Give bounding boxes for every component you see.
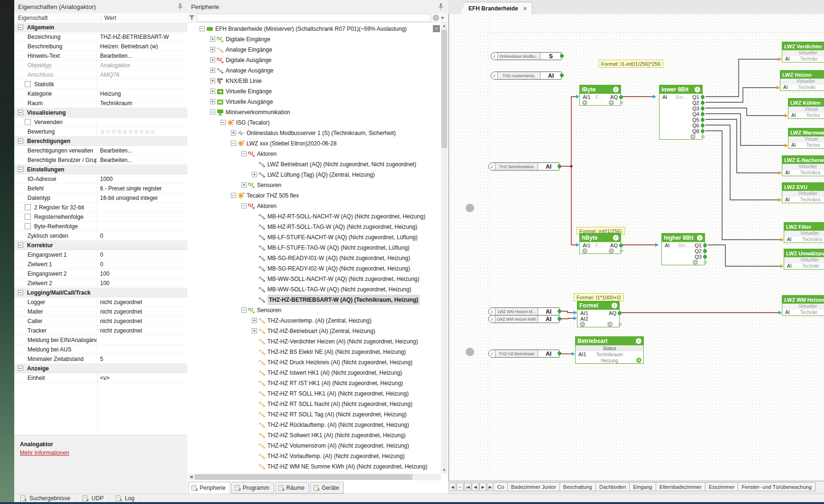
property-row[interactable]: Meldung bei AUS [14, 345, 187, 354]
port-ai1[interactable]: AI1 [578, 351, 586, 358]
tree-row[interactable]: −Miniserverkommunikation [188, 107, 441, 117]
port-q4[interactable]: Q4 [692, 111, 699, 117]
virtual-output-lwz-heizen[interactable]: LWZ HeizenVirtuellerAITechnikr [780, 70, 824, 91]
close-icon[interactable]: ✕ [523, 6, 527, 12]
pin-icon[interactable] [177, 3, 183, 10]
tree-row[interactable]: MB-WW-SOLL-NACHT-W (AQ) (Nicht zugeordne… [188, 274, 441, 284]
port-q3[interactable]: Q3 [692, 106, 699, 111]
property-row[interactable]: RaumTechnikraum [14, 99, 187, 108]
property-group[interactable]: −Visualisierung [14, 108, 187, 117]
output-nub[interactable] [703, 243, 707, 247]
virtual-output-lwz-umwälzpu[interactable]: LWZ UmwälzpuVirtuellerAITechnikr [784, 249, 824, 270]
tree-row[interactable]: −Aktoren [188, 149, 441, 159]
collapse-badge[interactable]: − [433, 25, 440, 32]
expand-icon[interactable]: + [210, 78, 215, 83]
output-nub[interactable] [703, 255, 707, 259]
function-block-lower-8bit[interactable]: lower 8BitiAIBin...Q1Q2Q3Q4Q5Q6Q8+ [659, 85, 703, 140]
property-row[interactable]: Statistik [14, 80, 187, 89]
scroll-left-icon[interactable]: ◀ [188, 474, 194, 480]
sheet-nav-icon[interactable]: ⌐ [457, 483, 464, 491]
property-row[interactable]: Meldung bei EIN/Analogänd... [14, 335, 187, 345]
property-row[interactable]: Befehl6 - Preset single register [14, 184, 187, 193]
property-value[interactable]: Analogaktor [97, 62, 187, 69]
sheet-tab-eingang[interactable]: Eingang [629, 482, 656, 491]
property-value[interactable]: <v> [97, 375, 187, 381]
info-icon[interactable]: i [613, 235, 619, 241]
tree-row[interactable]: +KNX/EIB Linie [188, 76, 441, 86]
sheet-nav-icon[interactable]: ▶ [479, 483, 486, 491]
sheet-tab-co[interactable]: Co [494, 482, 508, 491]
expand-icon[interactable]: + [210, 47, 215, 52]
port-ai[interactable]: AI [787, 237, 791, 243]
expand-icon[interactable]: − [241, 203, 247, 208]
property-row[interactable]: BeschreibungHeizen: Betriebsart (w) [14, 42, 187, 51]
port-ai[interactable]: AI [791, 143, 796, 149]
tree-row[interactable]: LWZ Betriebsart (AQ) (Nicht zugeordnet, … [188, 159, 441, 170]
function-block-ibyte[interactable]: IByteiAI1F...AQ++ [579, 85, 621, 106]
property-row[interactable]: Trackernicht zugeordnet [14, 326, 187, 335]
virtual-input-ai[interactable]: i THZ-Aussentemp. AI [491, 72, 562, 80]
collapse-icon[interactable]: − [18, 138, 23, 144]
collapse-icon[interactable]: − [18, 290, 23, 295]
tree-row[interactable]: +LWZ Lüftung (Tag) (AQ) (Zentral, Heizun… [188, 170, 441, 180]
output-nub[interactable] [701, 95, 705, 99]
property-row[interactable]: Hinweis-TextBearbeiten... [14, 51, 187, 61]
sheet-nav-icon[interactable]: ▶| [487, 483, 494, 491]
document-tab[interactable]: EFH Branderheide ✕ [460, 2, 532, 15]
property-row[interactable]: Zielwert 10 [14, 260, 187, 269]
vertical-scrollbar[interactable]: ▲ ▼ [441, 23, 448, 474]
property-value[interactable]: 6 - Preset single register [97, 185, 187, 192]
function-block-betriebsart[interactable]: BetriebsartiStatusTechnikraumAI1Heizung+ [575, 336, 644, 364]
expand-icon[interactable]: + [210, 89, 215, 94]
bottom-tab-suchergebnisse[interactable]: Suchergebnisse [14, 494, 76, 503]
tree-row[interactable]: +Analoge Ausgänge [188, 65, 441, 76]
tree-row[interactable]: +Analoge Eingänge [188, 45, 441, 55]
property-row[interactable]: Callernicht zugeordnet [14, 316, 187, 326]
property-row[interactable]: Berechtigte Benutzer / Grupp...Bearbeite… [14, 155, 187, 165]
property-row[interactable]: Minimaler Zeitabstand5 [14, 354, 187, 364]
tree-row[interactable]: MB-SG-READY-I02-W (AQ) (Nicht zugeordnet… [188, 263, 441, 274]
virtual-input-ai[interactable]: i THZ Betriebsstatus AI [488, 162, 559, 171]
output-nub[interactable] [701, 129, 705, 133]
virtual-input-ai[interactable]: i LWZ WM Heizen kWh AI [488, 315, 559, 323]
add-output-icon[interactable]: + [636, 358, 641, 363]
tree-row[interactable]: THZ-HZ Volumenstrom (AI) (Nicht zugeordn… [188, 441, 441, 451]
property-group[interactable]: −Allgemein [14, 23, 187, 32]
virtual-output-lwz-kühlen[interactable]: LWZ KühlenVirtuelAITechni [788, 98, 824, 119]
tree-row[interactable]: THZ-HZ RT SOLL Tag (AI) (Nicht zugeordne… [188, 409, 441, 420]
output-nub[interactable] [558, 309, 561, 313]
expand-icon[interactable]: + [210, 57, 215, 63]
expand-icon[interactable]: − [231, 193, 236, 198]
horizontal-scrollbar[interactable]: ◀ [188, 474, 441, 480]
property-value[interactable]: 100 [97, 280, 187, 287]
tree-row[interactable]: THZ-HZ RT SOLL HK1 (AI) (Nicht zugeordne… [188, 388, 441, 399]
property-value[interactable]: THZ-HZ-BETRIEBSART-W [97, 34, 187, 40]
virtual-output-lwz-wm-heizen[interactable]: LWZ WM HeizenVirtuellerAITechnikr [782, 295, 824, 316]
output-nub[interactable] [619, 95, 623, 99]
port-ai[interactable]: AI [665, 243, 669, 248]
tree-row[interactable]: −Aktoren [188, 201, 441, 211]
function-block-higher-8bit[interactable]: higher 8BitiAIBin...Q1Q2Q3+ [661, 233, 705, 265]
filter-input[interactable] [197, 14, 431, 22]
info-icon[interactable]: i [613, 87, 619, 92]
output-nub[interactable] [618, 311, 622, 315]
virtual-output-lwz-verdichter[interactable]: LWZ VerdichterVirtuellerAITechnikr [782, 42, 824, 63]
tree-row[interactable]: +Sensoren [188, 180, 441, 190]
logic-canvas[interactable]: i Onlinestatus Modbu... S i THZ-Aussente… [449, 14, 824, 481]
property-value[interactable]: Technikraum [97, 100, 187, 107]
property-value[interactable]: nicht zugeordnet [97, 318, 187, 324]
expand-icon[interactable]: + [210, 68, 215, 73]
scroll-down-icon[interactable]: ▼ [441, 467, 448, 474]
panel-tab-peripherie[interactable]: Peripherie [188, 482, 230, 494]
tree-row[interactable]: THZ-HZ BS Elektr NE (AI) (Nicht zugeordn… [188, 347, 441, 357]
property-row[interactable]: Registerreihenfolge [14, 212, 187, 222]
port-q5[interactable]: Q5 [692, 117, 699, 123]
port-q6[interactable]: Q6 [692, 123, 699, 128]
property-value[interactable]: AMQ76 [97, 72, 187, 78]
output-nub[interactable] [701, 107, 705, 110]
checkbox[interactable] [25, 81, 31, 87]
sheet-tab-elternbadezimmer[interactable]: Elternbadezimmer [656, 482, 705, 491]
property-row[interactable]: Bewertung☆☆☆☆☆☆☆☆☆☆ [14, 127, 187, 136]
property-row[interactable]: Mailernicht zugeordnet [14, 307, 187, 316]
property-value[interactable]: 100 [97, 270, 187, 277]
